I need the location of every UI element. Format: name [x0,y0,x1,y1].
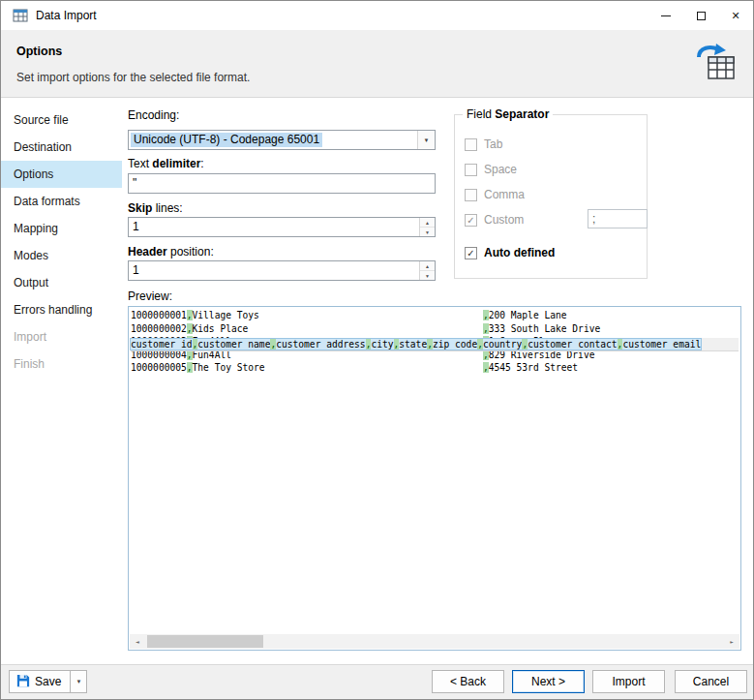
sidebar-item-source-file[interactable]: Source file [1,107,122,134]
scroll-right-icon[interactable]: ► [724,634,739,649]
checkbox-label: Auto defined [484,246,555,259]
wizard-header: Options Set import options for the selec… [1,30,753,98]
field-delimiter: , [427,339,433,350]
preview-header-line: customer_id,customer_name,customer_addre… [131,338,739,351]
field-delimiter: , [483,362,489,373]
page-subtitle: Set import options for the selected file… [16,71,250,84]
checkbox-label: Comma [484,188,525,201]
checkbox-label: Tab [484,137,502,151]
text-delimiter-label: Text delimiter: [128,157,204,170]
save-icon [16,674,30,690]
field-separator-legend: Field Separator [463,107,553,121]
next-button[interactable]: Next > [512,670,585,693]
encoding-select[interactable]: Unicode (UTF-8) - Codepage 65001 ▼ [128,130,436,150]
sidebar-item-finish: Finish [1,350,122,378]
save-split-button: Save ▼ [9,670,87,693]
text-delimiter-input[interactable]: " [128,173,436,194]
skip-lines-label: Skip lines: [128,201,183,215]
maximize-icon [697,12,706,20]
sidebar-item-options[interactable]: Options [1,161,122,188]
import-options-icon [695,42,736,83]
field-delimiter: , [366,339,372,350]
encoding-label: Encoding: [128,108,179,122]
separator-option-row: ✓Custom; [465,212,524,228]
preview-label: Preview: [128,289,172,303]
app-icon [13,8,28,23]
custom-separator-input: ; [588,209,648,228]
minimize-icon [661,15,671,16]
field-delimiter: , [193,339,198,350]
save-button-label: Save [35,675,61,688]
field-delimiter: , [187,310,193,320]
preview-horizontal-scrollbar[interactable]: ◄ ► [130,634,739,649]
checkbox-label: Custom [484,213,524,227]
skip-lines-input[interactable]: 1 ▲ ▼ [128,217,436,237]
maximize-button[interactable] [684,1,717,30]
encoding-value: Unicode (UTF-8) - Codepage 65001 [131,133,322,147]
separator-option-row: Comma [465,187,525,202]
preview-line: 1000000002,Kids Place ,333 South Lake Dr… [131,322,739,336]
window-title: Data Import [36,9,97,22]
checkbox-custom: ✓ [465,214,477,227]
cancel-button[interactable]: Cancel [675,670,747,693]
scrollbar-thumb[interactable] [147,635,263,648]
text-delimiter-value: " [133,176,136,190]
footer-bar: Save ▼ < Back Next > Import Cancel [1,664,753,699]
header-position-label: Header position: [128,245,214,259]
separator-option-row: Space [465,162,517,177]
separator-option-row: Tab [465,137,502,152]
data-import-window: Data Import ✕ Options Set import options… [0,0,754,700]
save-dropdown-button[interactable]: ▼ [71,670,87,693]
save-button[interactable]: Save [9,670,71,693]
field-delimiter: , [483,310,489,320]
back-button[interactable]: < Back [432,670,504,693]
checkbox-tab [465,138,477,151]
skip-lines-value: 1 [133,220,139,233]
checkbox-auto-defined[interactable]: ✓ [465,247,477,259]
combo-arrow-icon[interactable]: ▼ [417,131,435,149]
preview-line: 1000000001,Village Toys ,200 Maple Lane [131,309,739,322]
wizard-body: Source fileDestinationOptionsData format… [1,99,753,664]
checkbox-space [465,164,477,176]
scroll-left-icon[interactable]: ◄ [130,634,145,649]
wizard-steps-sidebar: Source fileDestinationOptionsData format… [1,107,122,378]
checkbox-comma [465,189,477,201]
minimize-button[interactable] [649,1,682,30]
separator-option-row: ✓Auto defined [465,245,555,260]
field-delimiter: , [270,339,276,350]
titlebar: Data Import ✕ [1,1,753,30]
field-delimiter: , [477,339,483,350]
sidebar-item-import: Import [1,323,122,350]
sidebar-item-destination[interactable]: Destination [1,134,122,161]
page-title: Options [16,45,62,58]
sidebar-item-modes[interactable]: Modes [1,242,122,269]
header-position-up-button[interactable]: ▲ [420,261,435,270]
field-delimiter: , [187,362,193,373]
header-position-input[interactable]: 1 ▲ ▼ [128,260,436,281]
sidebar-item-output[interactable]: Output [1,269,122,296]
sidebar-item-mapping[interactable]: Mapping [1,215,122,242]
field-delimiter: , [522,339,528,350]
header-position-value: 1 [133,263,139,277]
field-separator-group: Field Separator TabSpaceComma✓Custom;✓Au… [454,114,648,279]
preview-pane: customer_id,customer_name,customer_addre… [128,306,741,651]
skip-lines-down-button[interactable]: ▼ [420,227,435,236]
field-delimiter: , [618,339,623,350]
preview-line: 1000000005,The Toy Store ,4545 53rd Stre… [131,361,739,375]
field-delimiter: , [187,323,193,334]
skip-lines-up-button[interactable]: ▲ [420,218,435,227]
checkbox-label: Space [484,163,517,176]
field-delimiter: , [394,339,400,350]
close-button[interactable]: ✕ [719,1,752,30]
sidebar-item-data-formats[interactable]: Data formats [1,188,122,215]
field-delimiter: , [483,323,489,334]
sidebar-item-errors-handling[interactable]: Errors handling [1,296,122,323]
header-position-down-button[interactable]: ▼ [420,270,435,280]
import-button[interactable]: Import [592,670,665,693]
